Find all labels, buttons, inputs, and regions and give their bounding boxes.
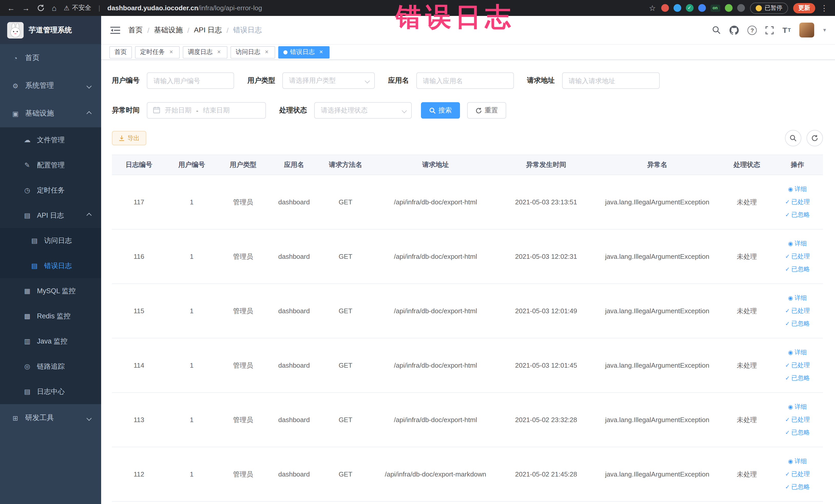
close-icon[interactable]: ×	[216, 49, 222, 56]
close-icon[interactable]: ×	[318, 49, 324, 56]
cell-time: 2021-05-02 23:32:28	[499, 392, 593, 447]
action-processed[interactable]: ✓已处理	[785, 414, 810, 426]
sidebar-item-mysql-monitor[interactable]: ▦MySQL 监控	[0, 278, 101, 303]
action-processed[interactable]: ✓已处理	[785, 359, 810, 372]
user-type-select[interactable]: 请选择用户类型	[282, 73, 375, 89]
process-status-select[interactable]: 请选择处理状态	[314, 102, 412, 119]
refresh-table-button[interactable]	[807, 130, 823, 146]
sidebar-item-log-center[interactable]: ▤日志中心	[0, 379, 101, 404]
extension-orange-shield-icon[interactable]	[661, 4, 669, 12]
sidebar-item-redis-monitor[interactable]: ▩Redis 监控	[0, 303, 101, 329]
user-id-input[interactable]	[147, 73, 234, 89]
toggle-search-button[interactable]	[785, 130, 801, 146]
action-ignored[interactable]: ✓已忽略	[785, 208, 810, 221]
grid-icon: ▦	[22, 287, 32, 295]
date-range-picker[interactable]: 开始日期 - 结束日期	[147, 102, 266, 119]
export-button[interactable]: 导出	[112, 131, 146, 145]
tab-error-log[interactable]: 错误日志×	[278, 46, 330, 58]
help-icon[interactable]: ?	[748, 25, 757, 35]
tab-scheduled-job[interactable]: 定时任务×	[135, 46, 180, 58]
search-icon[interactable]	[712, 26, 721, 35]
cell-app: dashboard	[269, 229, 319, 284]
breadcrumb-item[interactable]: API 日志	[194, 25, 222, 35]
close-icon[interactable]: ×	[168, 49, 175, 56]
fullscreen-icon[interactable]	[766, 26, 774, 34]
column-header: 日志编号	[112, 155, 166, 175]
sidebar-item-java-monitor[interactable]: ▥Java 监控	[0, 329, 101, 354]
sidebar-collapse-icon[interactable]	[110, 26, 120, 34]
extension-leaf-icon[interactable]	[725, 4, 732, 12]
action-detail[interactable]: ◉详细	[788, 346, 807, 359]
sidebar-item-tracer[interactable]: ◎链路追踪	[0, 354, 101, 379]
back-icon[interactable]: ←	[7, 4, 15, 12]
action-detail[interactable]: ◉详细	[788, 401, 807, 414]
screen-icon: ▥	[22, 337, 32, 345]
tab-job-log[interactable]: 调度日志×	[183, 46, 227, 58]
tab-access-log[interactable]: 访问日志×	[230, 46, 275, 58]
url-bar[interactable]: dashboard.yudao.iocoder.cn/infra/log/api…	[107, 4, 262, 12]
sidebar-item-access-log[interactable]: ▤访问日志	[0, 228, 101, 253]
menu-kebab-icon[interactable]: ⋮	[820, 3, 828, 13]
column-header: 异常名	[593, 155, 721, 175]
breadcrumb-separator: /	[227, 26, 229, 34]
cell-app: dashboard	[269, 175, 319, 229]
extension-toggle-on-icon[interactable]: on	[710, 4, 720, 12]
sidebar-item-scheduled-job[interactable]: ◷定时任务	[0, 178, 101, 203]
action-processed[interactable]: ✓已处理	[785, 250, 810, 263]
end-date-placeholder: 结束日期	[203, 106, 230, 115]
close-icon[interactable]: ×	[263, 49, 270, 56]
chevron-down-icon	[402, 108, 407, 113]
extension-blue-drop-icon[interactable]	[673, 4, 681, 12]
date-separator: -	[196, 106, 199, 114]
action-ignored[interactable]: ✓已忽略	[785, 317, 810, 330]
filter-request-url: 请求地址	[527, 73, 659, 89]
search-button[interactable]: 搜索	[421, 102, 460, 119]
sidebar-item-label: 文件管理	[37, 135, 65, 144]
caret-down-icon[interactable]: ▾	[823, 27, 826, 33]
avatar[interactable]	[799, 23, 814, 38]
extension-blue-grid-icon[interactable]	[698, 4, 706, 12]
action-ignored[interactable]: ✓已忽略	[785, 372, 810, 385]
tab-label: 错误日志	[290, 48, 315, 57]
update-button[interactable]: 更新	[793, 3, 815, 13]
breadcrumb-item[interactable]: 基础设施	[154, 25, 183, 35]
divider: |	[99, 4, 100, 12]
sidebar-item-error-log[interactable]: ▤错误日志	[0, 253, 101, 278]
font-size-icon[interactable]: TT	[782, 26, 791, 35]
home-icon[interactable]: ⌂	[52, 4, 57, 12]
sidebar-item-system[interactable]: ⚙系统管理	[0, 72, 101, 100]
request-url-input[interactable]	[562, 73, 659, 89]
action-processed[interactable]: ✓已处理	[785, 196, 810, 208]
app-name-input[interactable]	[416, 73, 514, 89]
warning-icon: ⚠	[64, 4, 69, 12]
action-ignored[interactable]: ✓已忽略	[785, 481, 810, 493]
forward-icon[interactable]: →	[22, 4, 30, 12]
action-detail[interactable]: ◉详细	[788, 455, 807, 468]
reload-icon[interactable]	[37, 4, 45, 12]
action-processed[interactable]: ✓已处理	[785, 468, 810, 481]
app-logo[interactable]: 芋道管理系统	[0, 16, 101, 44]
gear-icon: ⚙	[10, 82, 21, 89]
sidebar-item-api-log[interactable]: ▤API 日志	[0, 203, 101, 228]
action-detail[interactable]: ◉详细	[788, 183, 807, 196]
paused-badge[interactable]: 已暂停	[750, 2, 788, 14]
table-row: 1121管理员dashboardGET/api/infra/db-doc/exp…	[112, 447, 823, 501]
action-detail[interactable]: ◉详细	[788, 237, 807, 250]
sidebar-item-config-manage[interactable]: ✎配置管理	[0, 153, 101, 178]
sidebar-item-file-manage[interactable]: ☁文件管理	[0, 127, 101, 153]
bookmark-star-icon[interactable]: ☆	[649, 3, 656, 13]
security-warning[interactable]: ⚠ 不安全	[64, 4, 91, 12]
sidebar-item-home[interactable]: ◔首页	[0, 44, 101, 72]
extension-puzzle-icon[interactable]	[737, 4, 745, 12]
action-processed[interactable]: ✓已处理	[785, 304, 810, 317]
action-detail[interactable]: ◉详细	[788, 292, 807, 304]
sidebar-item-infrastructure[interactable]: ▣基础设施	[0, 100, 101, 127]
github-icon[interactable]	[730, 25, 739, 35]
breadcrumb-item[interactable]: 首页	[128, 25, 143, 35]
action-ignored[interactable]: ✓已忽略	[785, 426, 810, 439]
action-ignored[interactable]: ✓已忽略	[785, 263, 810, 276]
sidebar-item-dev-tools[interactable]: ⊞研发工具	[0, 404, 101, 432]
reset-button[interactable]: 重置	[467, 102, 506, 119]
tab-home[interactable]: 首页	[109, 46, 132, 58]
extension-green-check-icon[interactable]: ✓	[686, 4, 693, 12]
